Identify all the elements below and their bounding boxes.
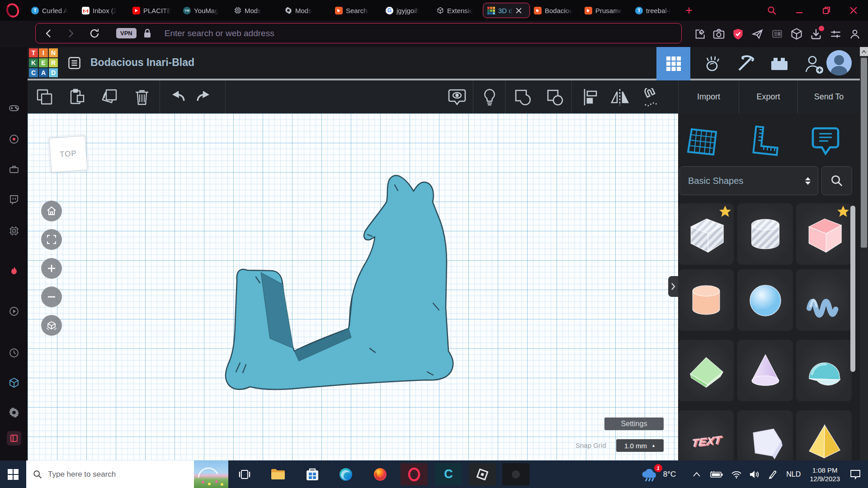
workplane-icon[interactable] [685, 125, 720, 159]
tab[interactable]: T Curled A [27, 3, 78, 18]
send-icon[interactable] [751, 28, 764, 40]
shape-cylinder[interactable] [737, 203, 793, 265]
redo-icon[interactable] [194, 88, 213, 105]
shapes-scrollbar[interactable] [850, 206, 855, 372]
tab[interactable]: T treebal-t [631, 3, 682, 18]
shape-search-button[interactable] [821, 166, 852, 195]
design-list-icon[interactable] [68, 56, 81, 70]
action-center-icon[interactable] [850, 469, 861, 479]
duplicate-icon[interactable] [100, 88, 119, 106]
settings-gear-icon[interactable] [9, 407, 19, 418]
shield-check-icon[interactable] [732, 28, 744, 40]
pin-icon[interactable] [693, 28, 706, 40]
minecraft-pickaxe-icon[interactable] [736, 54, 756, 74]
download-wrap[interactable] [810, 28, 822, 40]
star-badge-icon[interactable] [718, 204, 732, 219]
pen-icon[interactable] [768, 470, 777, 479]
mirror-icon[interactable] [610, 88, 630, 106]
dark-app-icon[interactable] [502, 463, 529, 485]
group-icon[interactable] [514, 88, 533, 107]
cura-icon[interactable]: C [435, 463, 462, 485]
language-indicator[interactable]: NLD [786, 470, 801, 479]
temperature[interactable]: 8°C [663, 470, 676, 479]
light-icon[interactable] [481, 88, 498, 107]
tab[interactable]: Mods [280, 3, 331, 18]
tab[interactable]: Bodaciou [530, 3, 580, 18]
close-window-icon[interactable] [849, 6, 858, 15]
import-button[interactable]: Import [678, 80, 739, 113]
reload-icon[interactable] [89, 28, 100, 39]
avatar[interactable] [826, 50, 852, 75]
speed-dial-icon[interactable] [9, 134, 19, 145]
category-select[interactable]: Basic Shapes [679, 166, 818, 195]
microsoft-store-icon[interactable] [299, 463, 326, 485]
tab[interactable]: Extensio [432, 3, 483, 18]
opera-gx-logo-icon[interactable] [5, 1, 21, 19]
taskbar-clock[interactable]: 1:08 PM 12/9/2023 [810, 466, 840, 483]
roblox-studio-icon[interactable] [469, 463, 496, 485]
sidebar-setup-active[interactable] [7, 431, 21, 446]
shape-box[interactable] [678, 203, 734, 265]
tinker-hand-icon[interactable] [702, 54, 722, 74]
tab-active-tinkercad[interactable]: 3D d [483, 3, 530, 18]
delete-icon[interactable] [134, 88, 150, 106]
start-button[interactable] [0, 460, 26, 488]
back-icon[interactable] [44, 28, 54, 38]
profile-icon[interactable] [849, 28, 861, 40]
panel-collapse-handle[interactable] [668, 276, 678, 297]
tab[interactable]: Search: [331, 3, 382, 18]
paste-icon[interactable] [68, 88, 86, 106]
twitch-icon[interactable] [9, 194, 19, 205]
tray-expand-icon[interactable] [693, 472, 700, 477]
address-field[interactable]: VPN Enter search or web address [35, 23, 682, 43]
brick-icon[interactable] [769, 54, 790, 74]
workspace-icon[interactable] [9, 164, 19, 175]
task-view-icon[interactable] [238, 469, 251, 480]
address-placeholder[interactable]: Enter search or web address [165, 28, 274, 38]
forward-icon[interactable] [66, 28, 75, 38]
snap-grid-dropdown[interactable]: 1.0 mm ▲ [616, 439, 664, 452]
design-canvas[interactable]: TOP Settings Snap Grid 1.0 mm ▲ [28, 113, 678, 460]
export-button[interactable]: Export [739, 80, 797, 113]
new-tab-button[interactable]: + [685, 5, 693, 17]
invite-person-icon[interactable] [803, 54, 825, 75]
scrollbar-thumb[interactable] [861, 58, 867, 248]
mods-chip-icon[interactable] [9, 225, 19, 236]
search-highlight-image[interactable] [194, 460, 228, 488]
battery-icon[interactable] [710, 471, 723, 478]
vpn-badge[interactable]: VPN [116, 28, 137, 38]
tab[interactable]: Inbox (2 [78, 3, 128, 18]
tab[interactable]: G jgyjgoih [382, 3, 432, 18]
page-scrollbar[interactable] [860, 47, 868, 460]
tab[interactable]: Mods [230, 3, 280, 18]
shape-cylinder-solid[interactable] [678, 269, 734, 331]
extensions-cube-icon[interactable] [790, 28, 803, 40]
copy-icon[interactable] [36, 88, 54, 106]
shape-sphere[interactable] [737, 269, 793, 331]
close-tab-icon[interactable] [516, 8, 522, 14]
ruler-icon[interactable] [748, 125, 781, 159]
maximize-icon[interactable] [822, 6, 831, 15]
edge-icon[interactable] [332, 463, 359, 485]
send-to-button[interactable]: Send To [797, 80, 860, 113]
magnet-icon[interactable] [641, 88, 661, 107]
align-icon[interactable] [582, 88, 598, 106]
shape-half-cylinder[interactable] [796, 340, 852, 401]
ungroup-icon[interactable] [546, 88, 565, 107]
opera-gx-taskbar-icon[interactable] [401, 463, 428, 485]
shape-cone[interactable] [737, 340, 793, 401]
shape-roof[interactable] [678, 340, 734, 401]
tab[interactable]: PLACITE [128, 3, 179, 18]
firefox-icon[interactable] [367, 463, 394, 485]
player-icon[interactable] [9, 306, 19, 317]
star-badge-icon[interactable] [836, 204, 850, 219]
gx-store-icon[interactable] [9, 377, 19, 388]
volume-icon[interactable] [749, 470, 760, 479]
scroll-up-icon[interactable] [860, 47, 868, 56]
weather-icon[interactable]: 1 [641, 467, 659, 482]
notes-icon[interactable] [809, 125, 842, 159]
shape-scribble[interactable] [796, 269, 852, 331]
minimize-icon[interactable] [795, 6, 804, 15]
history-icon[interactable] [9, 347, 19, 358]
wifi-icon[interactable] [731, 470, 742, 479]
